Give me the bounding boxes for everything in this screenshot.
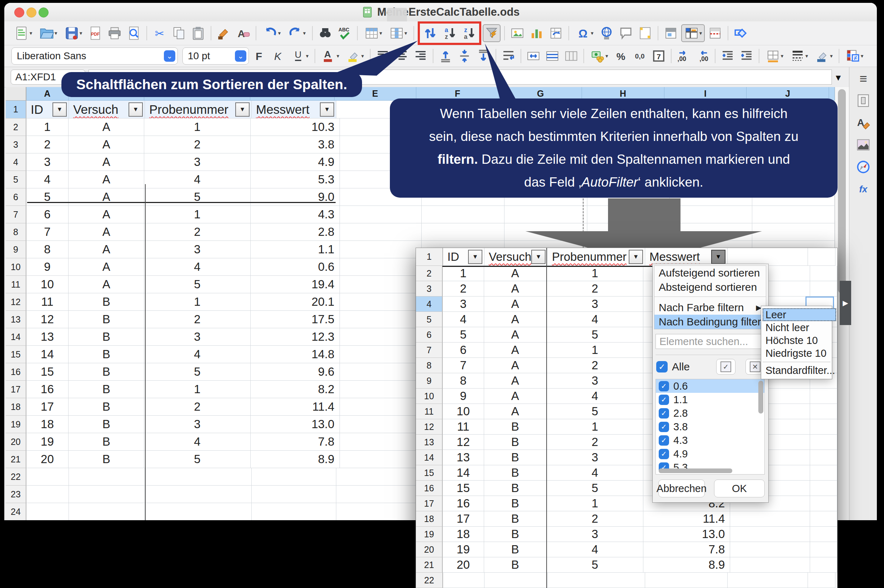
cell[interactable]: Messwert▼: [252, 100, 336, 118]
cell[interactable]: [340, 398, 422, 416]
clear-formatting-icon[interactable]: A: [234, 24, 252, 42]
cell[interactable]: 10: [443, 404, 484, 419]
cell[interactable]: A: [484, 373, 547, 388]
cell[interactable]: [145, 503, 252, 520]
row-header-13[interactable]: 13: [6, 311, 26, 328]
cell[interactable]: Messwert▼: [645, 248, 728, 266]
cell[interactable]: 1: [144, 381, 251, 398]
cell[interactable]: 8.2: [251, 381, 340, 398]
cell[interactable]: 2: [547, 358, 643, 373]
cell[interactable]: 18: [26, 416, 69, 433]
cell[interactable]: Probenummer▼: [145, 100, 252, 118]
cell[interactable]: 1: [547, 496, 643, 511]
cell[interactable]: 13.0: [643, 526, 730, 542]
cell[interactable]: [810, 266, 837, 281]
inset-row-header-14[interactable]: 14: [416, 450, 443, 465]
cell[interactable]: A: [484, 342, 547, 358]
cell[interactable]: [810, 435, 837, 450]
cell[interactable]: 3: [443, 297, 484, 312]
inset-row-header-20[interactable]: 20: [416, 542, 443, 557]
comment-icon[interactable]: [617, 24, 635, 42]
center-vertically-icon[interactable]: [456, 47, 474, 65]
cell[interactable]: 2: [547, 435, 643, 450]
increase-indent-icon[interactable]: [719, 47, 737, 65]
cell[interactable]: 12: [26, 311, 69, 328]
cell[interactable]: [443, 573, 484, 588]
cell[interactable]: [336, 468, 418, 486]
cell[interactable]: 5: [144, 363, 251, 381]
inset-row-header-18[interactable]: 18: [416, 511, 443, 526]
add-decimal-icon[interactable]: ,00: [675, 47, 693, 65]
cell[interactable]: 4: [144, 258, 251, 276]
cell[interactable]: [69, 468, 145, 486]
row-header-4[interactable]: 4: [6, 153, 26, 171]
cell[interactable]: 5: [547, 481, 643, 496]
cell[interactable]: 9: [443, 388, 484, 404]
cell[interactable]: B: [484, 481, 547, 496]
cell[interactable]: B: [484, 542, 547, 557]
row-header-18[interactable]: 18: [6, 398, 26, 416]
sidebar-gallery-icon[interactable]: [855, 136, 872, 153]
value-checkbox[interactable]: ✓: [659, 394, 669, 405]
conditional-formatting-icon[interactable]: ≠▾: [843, 47, 866, 65]
unmerge-cells-icon[interactable]: [562, 47, 580, 65]
cell[interactable]: 4: [144, 171, 251, 188]
new-document-icon[interactable]: ▾: [11, 24, 35, 42]
cell[interactable]: [422, 206, 505, 224]
cell[interactable]: [26, 503, 69, 520]
inset-row-header-6[interactable]: 6: [416, 327, 443, 342]
menu-item-filter-by-condition[interactable]: Nach Bedingung filtern▶: [654, 315, 766, 329]
cell[interactable]: 4: [144, 346, 251, 363]
cell[interactable]: 3: [547, 373, 643, 388]
insert-chart-icon[interactable]: [528, 24, 546, 42]
cell[interactable]: A: [69, 258, 144, 276]
cell[interactable]: [340, 381, 422, 398]
cell[interactable]: A: [69, 153, 144, 171]
autofilter-button-id[interactable]: ▼: [468, 250, 483, 264]
cell[interactable]: 11: [443, 419, 484, 435]
find-replace-icon[interactable]: [316, 24, 334, 42]
submenu-item-leer[interactable]: Leer: [762, 308, 836, 321]
autofilter-button-probenummer[interactable]: ▼: [235, 102, 250, 117]
delete-decimal-icon[interactable]: ,00: [694, 47, 711, 65]
cell[interactable]: 1.1: [251, 241, 340, 258]
print-preview-icon[interactable]: [125, 24, 143, 42]
cell[interactable]: [730, 526, 810, 542]
cell[interactable]: 4: [547, 465, 643, 481]
cell[interactable]: 3: [144, 328, 251, 346]
insert-columns-icon[interactable]: ▾: [386, 24, 410, 42]
cell[interactable]: B: [484, 419, 547, 435]
autofilter-button-id[interactable]: ▼: [53, 102, 67, 117]
autofilter-button-versuch[interactable]: ▼: [531, 250, 546, 264]
row-header-24[interactable]: 24: [6, 503, 26, 520]
cell[interactable]: 0.6: [251, 258, 340, 276]
sort-descending-icon[interactable]: za: [460, 24, 478, 42]
cell[interactable]: [752, 206, 835, 224]
filter-value-row[interactable]: ✓7.8: [656, 474, 764, 474]
cell[interactable]: 5: [547, 404, 643, 419]
filter-value-row[interactable]: ✓4.9: [656, 447, 764, 460]
inset-row-header-21[interactable]: 21: [416, 557, 443, 573]
special-character-icon[interactable]: Ω▾: [573, 24, 596, 42]
export-pdf-icon[interactable]: PDF: [86, 24, 104, 42]
cell[interactable]: 20.1: [251, 293, 340, 311]
cell[interactable]: [810, 419, 837, 435]
autofilter-button-messwert[interactable]: ▼: [320, 102, 334, 117]
cell[interactable]: [336, 503, 418, 520]
cell[interactable]: [340, 258, 422, 276]
font-name-select[interactable]: Liberation Sans⌄: [11, 48, 178, 64]
cell[interactable]: 2: [547, 511, 643, 526]
cell[interactable]: [730, 542, 810, 557]
row-header-11[interactable]: 11: [6, 276, 26, 293]
row-header-19[interactable]: 19: [6, 416, 26, 433]
merge-cells-icon[interactable]: [525, 47, 542, 65]
sort-icon[interactable]: [421, 24, 439, 42]
cell[interactable]: 9: [26, 258, 69, 276]
borders-icon[interactable]: ▾: [762, 47, 786, 65]
cell[interactable]: [145, 486, 252, 503]
cell[interactable]: B: [484, 496, 547, 511]
cell[interactable]: A: [484, 266, 547, 281]
inset-row-header-15[interactable]: 15: [416, 465, 443, 481]
row-header-17[interactable]: 17: [6, 381, 26, 398]
row-header-9[interactable]: 9: [6, 241, 26, 258]
